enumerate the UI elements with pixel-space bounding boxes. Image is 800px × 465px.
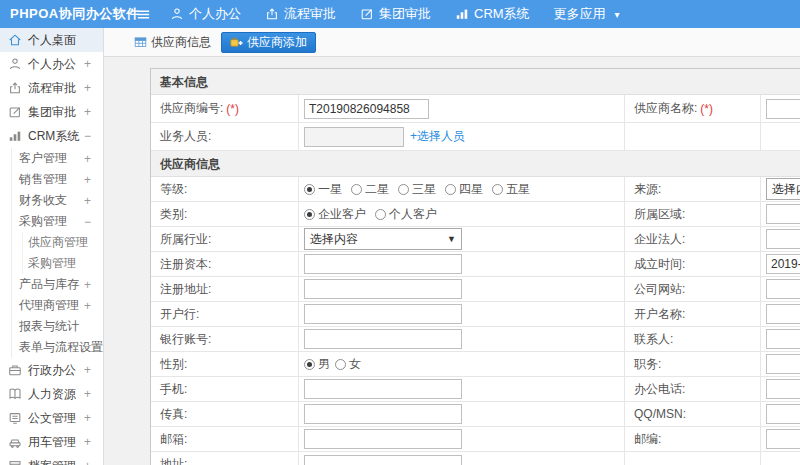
text-input[interactable] — [304, 329, 462, 349]
text-input[interactable] — [304, 455, 462, 465]
field-label-cell: 公司网站: — [625, 277, 761, 301]
sidebar-item-11[interactable]: 产品与库存+ — [0, 274, 103, 295]
radio-button[interactable] — [375, 209, 386, 220]
radio-option[interactable]: 企业客户 — [304, 206, 366, 223]
radio-button[interactable] — [492, 184, 503, 195]
expand-toggle-icon[interactable]: + — [84, 194, 91, 208]
sidebar-item-7[interactable]: 财务收支+ — [0, 190, 103, 211]
expand-toggle-icon[interactable]: + — [84, 299, 91, 313]
field-cell — [761, 402, 800, 426]
select-input[interactable]: 选择内容▼ — [304, 228, 462, 250]
text-input[interactable] — [766, 304, 800, 324]
text-input[interactable] — [766, 354, 800, 374]
navbar-item-3[interactable]: CRM系统 — [455, 5, 530, 23]
radio-option[interactable]: 一星 — [304, 181, 342, 198]
text-input[interactable] — [766, 404, 800, 424]
radio-option[interactable]: 三星 — [398, 181, 436, 198]
expand-toggle-icon[interactable]: + — [84, 459, 91, 465]
tab-0[interactable]: 供应商信息 — [134, 34, 211, 51]
sidebar-item-9[interactable]: 供应商管理 — [0, 232, 103, 253]
sidebar-item-12[interactable]: 代理商管理+ — [0, 295, 103, 316]
field-label: 开户名称: — [634, 306, 685, 323]
radio-option[interactable]: 女 — [335, 356, 361, 373]
field-label-cell: 邮箱: — [151, 427, 299, 451]
sidebar-item-10[interactable]: 采购管理 — [0, 253, 103, 274]
expand-toggle-icon[interactable]: + — [84, 57, 91, 71]
expand-toggle-icon[interactable]: + — [84, 152, 91, 166]
field-label-cell — [625, 452, 761, 465]
sidebar-item-3[interactable]: 集团审批+ — [0, 100, 103, 124]
sidebar-item-4[interactable]: CRM系统− — [0, 124, 103, 148]
text-input[interactable] — [766, 229, 800, 249]
field-label-cell: 注册资本: — [151, 252, 299, 276]
hamburger-menu-icon[interactable] — [130, 7, 156, 22]
radio-button[interactable] — [304, 184, 315, 195]
text-input[interactable] — [766, 254, 800, 274]
sidebar-item-19[interactable]: 档案管理+ — [0, 454, 103, 465]
radio-button[interactable] — [335, 359, 346, 370]
radio-button[interactable] — [398, 184, 409, 195]
radio-button[interactable] — [304, 209, 315, 220]
expand-toggle-icon[interactable]: + — [84, 387, 91, 401]
text-input[interactable] — [766, 329, 800, 349]
sidebar-item-14[interactable]: 表单与流程设置+ — [0, 337, 103, 358]
expand-toggle-icon[interactable]: + — [84, 363, 91, 377]
expand-toggle-icon[interactable]: + — [84, 435, 91, 449]
sidebar-item-8[interactable]: 采购管理− — [0, 211, 103, 232]
tab-1[interactable]: 供应商添加 — [221, 32, 316, 53]
text-input[interactable] — [766, 379, 800, 399]
text-input[interactable] — [304, 429, 462, 449]
text-input[interactable] — [304, 254, 462, 274]
expand-toggle-icon[interactable]: + — [84, 411, 91, 425]
sidebar-item-1[interactable]: 个人办公+ — [0, 52, 103, 76]
text-input[interactable] — [766, 279, 800, 299]
text-input[interactable] — [304, 279, 462, 299]
radio-label: 个人客户 — [389, 206, 437, 223]
field-cell — [761, 327, 800, 351]
text-input[interactable] — [304, 379, 462, 399]
sidebar-item-5[interactable]: 客户管理+ — [0, 148, 103, 169]
radio-option[interactable]: 男 — [304, 356, 330, 373]
select-person-link[interactable]: +选择人员 — [410, 128, 465, 145]
field-label: 传真: — [160, 406, 187, 423]
sidebar-item-18[interactable]: 用车管理+ — [0, 430, 103, 454]
expand-toggle-icon[interactable]: − — [84, 129, 91, 143]
sidebar-item-6[interactable]: 销售管理+ — [0, 169, 103, 190]
expand-toggle-icon[interactable]: + — [84, 173, 91, 187]
radio-option[interactable]: 五星 — [492, 181, 530, 198]
text-input[interactable] — [304, 99, 429, 119]
text-input[interactable] — [304, 404, 462, 424]
radio-option[interactable]: 四星 — [445, 181, 483, 198]
expand-toggle-icon[interactable]: + — [84, 278, 91, 292]
radio-option[interactable]: 个人客户 — [375, 206, 437, 223]
expand-toggle-icon[interactable]: + — [84, 105, 91, 119]
sidebar-item-16[interactable]: 人力资源+ — [0, 382, 103, 406]
navbar-item-0[interactable]: 个人办公 — [170, 5, 241, 23]
sidebar-item-13[interactable]: 报表与统计 — [0, 316, 103, 337]
sidebar-item-2[interactable]: 流程审批+ — [0, 76, 103, 100]
text-input[interactable] — [766, 429, 800, 449]
field-label-cell: 企业法人: — [625, 227, 761, 251]
navbar-item-1[interactable]: 流程审批 — [265, 5, 336, 23]
navbar-item-4[interactable]: 更多应用▾ — [554, 5, 620, 23]
expand-toggle-icon[interactable]: − — [84, 215, 91, 229]
navbar-item-2[interactable]: 集团审批 — [360, 5, 431, 23]
sidebar-item-label: 销售管理 — [19, 171, 67, 188]
sidebar-item-0[interactable]: 个人桌面 — [0, 28, 103, 52]
sidebar-item-17[interactable]: 公文管理+ — [0, 406, 103, 430]
text-input[interactable] — [304, 127, 404, 147]
field-label: 联系人: — [634, 331, 673, 348]
radio-button[interactable] — [351, 184, 362, 195]
text-input[interactable] — [766, 99, 800, 119]
select-input[interactable]: 选择内容▼ — [766, 178, 800, 200]
field-label-cell: 联系人: — [625, 327, 761, 351]
radio-option[interactable]: 二星 — [351, 181, 389, 198]
text-input[interactable] — [304, 304, 462, 324]
sidebar-item-15[interactable]: 行政办公+ — [0, 358, 103, 382]
text-input[interactable] — [766, 204, 800, 224]
radio-button[interactable] — [304, 359, 315, 370]
radio-button[interactable] — [445, 184, 456, 195]
expand-toggle-icon[interactable]: + — [84, 81, 91, 95]
radio-group: 企业客户个人客户 — [304, 206, 437, 223]
form-row: 供应商编号:(*)供应商名称:(*) — [151, 95, 800, 123]
